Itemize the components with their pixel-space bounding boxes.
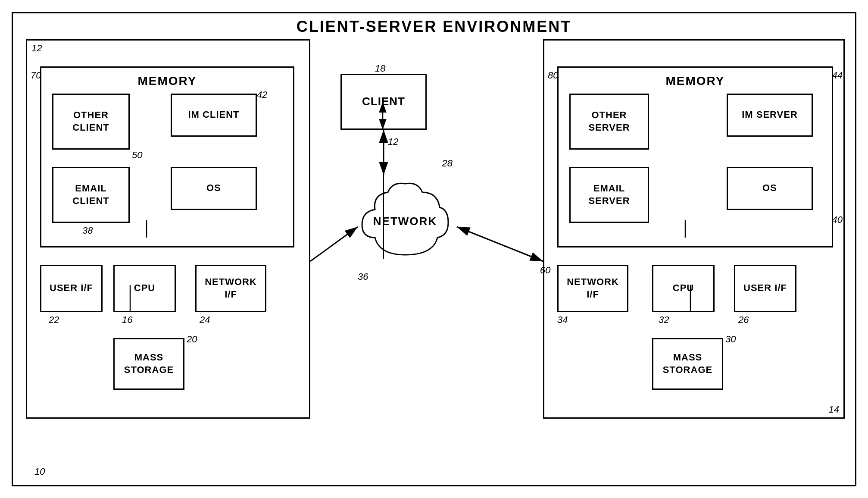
ref-10: 10: [34, 466, 45, 477]
ref-80: 80: [548, 70, 558, 81]
os-client-box: OS: [171, 167, 257, 210]
svg-line-5: [310, 227, 358, 261]
ref-38: 38: [82, 225, 93, 236]
ref-40: 40: [832, 214, 843, 226]
network-cloud-label: NETWORK: [353, 214, 457, 228]
mass-storage-client-box: MASSSTORAGE: [113, 338, 184, 390]
mass-storage-server-box: MASSSTORAGE: [652, 338, 723, 390]
ref-16: 16: [122, 314, 132, 326]
ref-42: 42: [257, 89, 267, 100]
server-memory-box: 80 44 MEMORY OTHERSERVER IM SERVER EMAIL…: [557, 66, 833, 247]
ref-60: 60: [540, 265, 550, 276]
email-server-box: EMAILSERVER: [569, 167, 649, 223]
cpu-client-box: CPU: [113, 265, 176, 312]
ref-12b: 12: [388, 136, 398, 147]
other-server-box: OTHERSERVER: [569, 94, 649, 150]
ref-14: 14: [829, 404, 839, 415]
ref-24: 24: [200, 314, 210, 326]
user-if-client-box: USER I/F: [40, 265, 103, 312]
im-client-box: IM CLIENT: [171, 94, 257, 137]
network-if-client-box: NETWORKI/F: [195, 265, 266, 312]
ref-50: 50: [132, 150, 142, 161]
ref-26: 26: [738, 314, 749, 326]
client-memory-label: MEMORY: [138, 74, 197, 88]
server-outer-box: 14 80 44 MEMORY OTHERSERVER IM SERVER EM…: [543, 39, 845, 419]
ref-30: 30: [725, 334, 736, 345]
client-node-box: CLIENT: [340, 74, 427, 130]
client-memory-box: 70 MEMORY OTHERCLIENT 50 IM CLIENT 42 EM…: [40, 66, 294, 247]
svg-line-6: [457, 227, 543, 261]
os-server-box: OS: [727, 167, 813, 210]
ref-70: 70: [31, 70, 41, 81]
other-client-box: OTHERCLIENT: [52, 94, 130, 150]
ref-22: 22: [49, 314, 59, 326]
email-client-box: EMAILCLIENT: [52, 167, 130, 223]
client-outer-box: 12 70 MEMORY OTHERCLIENT 50 IM CLIENT 42…: [26, 39, 310, 419]
main-title: CLIENT-SERVER ENVIRONMENT: [13, 13, 855, 38]
ref-44: 44: [832, 70, 843, 81]
im-server-box: IM SERVER: [727, 94, 813, 137]
cpu-server-box: CPU: [652, 265, 715, 312]
diagram-wrapper: CLIENT-SERVER ENVIRONMENT 10 12 70 MEMOR…: [12, 12, 856, 486]
ref-28: 28: [442, 158, 453, 169]
network-if-server-box: NETWORKI/F: [557, 265, 628, 312]
server-memory-label: MEMORY: [666, 74, 725, 88]
network-cloud: NETWORK 28 36: [353, 173, 457, 269]
ref-36: 36: [358, 271, 368, 282]
ref-32: 32: [659, 314, 669, 326]
ref-20: 20: [187, 334, 197, 345]
ref-client-box: 12: [31, 43, 42, 54]
user-if-server-box: USER I/F: [734, 265, 796, 312]
ref-34: 34: [557, 314, 568, 326]
ref-18: 18: [375, 63, 385, 74]
